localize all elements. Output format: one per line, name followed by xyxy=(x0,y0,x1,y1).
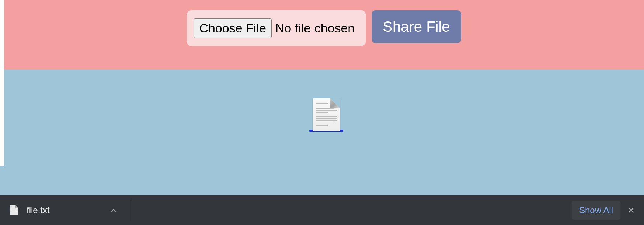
content-panel xyxy=(4,70,644,199)
show-all-button[interactable]: Show All xyxy=(572,201,620,220)
file-input-group: Choose File No file chosen xyxy=(187,10,366,46)
download-filename: file.txt xyxy=(27,205,50,215)
document-icon xyxy=(313,98,340,131)
document-preview[interactable] xyxy=(309,98,343,132)
page-left-edge xyxy=(0,0,4,166)
chevron-up-icon[interactable] xyxy=(109,206,118,214)
upload-panel: Choose File No file chosen Share File xyxy=(0,0,644,70)
text-file-icon xyxy=(10,205,18,215)
download-item[interactable]: file.txt xyxy=(0,195,125,225)
choose-file-button[interactable]: Choose File xyxy=(194,18,271,38)
downloads-bar: file.txt Show All xyxy=(0,195,644,225)
divider xyxy=(130,199,130,221)
close-icon[interactable] xyxy=(626,205,637,216)
share-file-button[interactable]: Share File xyxy=(372,10,461,43)
file-status-text: No file chosen xyxy=(275,21,355,35)
